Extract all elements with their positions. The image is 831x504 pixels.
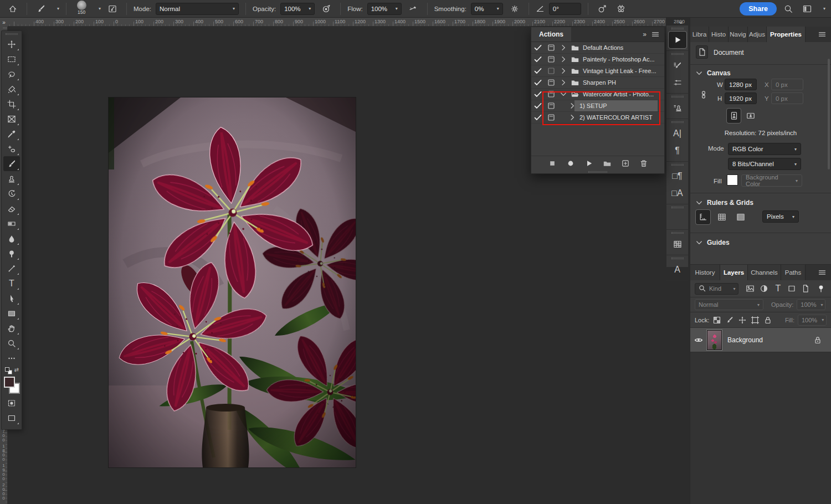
dodge-tool[interactable] bbox=[3, 246, 20, 261]
screen-mode-button[interactable] bbox=[3, 410, 20, 425]
action-include-checkmark[interactable] bbox=[531, 55, 545, 64]
action-dialog-toggle[interactable] bbox=[545, 55, 558, 64]
action-include-checkmark[interactable] bbox=[531, 101, 545, 110]
symmetry-button[interactable] bbox=[614, 2, 628, 16]
dock-drag-handle[interactable] bbox=[671, 232, 684, 234]
action-label[interactable]: Sharpen PH bbox=[581, 79, 616, 86]
action-dialog-toggle[interactable] bbox=[545, 43, 558, 52]
rectangular-marquee-tool[interactable] bbox=[3, 52, 20, 66]
dock-panel-pattern-preview[interactable] bbox=[669, 236, 686, 253]
toggle-grid-button[interactable] bbox=[715, 210, 729, 224]
action-include-checkmark[interactable] bbox=[531, 113, 545, 122]
share-button[interactable]: Share bbox=[740, 2, 777, 16]
spot-healing-tool[interactable] bbox=[3, 141, 20, 156]
blend-mode-select[interactable]: Normal▾ bbox=[156, 3, 239, 15]
action-include-checkmark[interactable] bbox=[531, 90, 545, 99]
dock-drag-handle[interactable] bbox=[671, 164, 684, 166]
tab-channels[interactable]: Channels bbox=[748, 265, 781, 280]
new-set-button[interactable] bbox=[603, 159, 612, 168]
rulers-grids-section-header[interactable]: Rulers & Grids bbox=[695, 198, 753, 207]
lock-paint-button[interactable] bbox=[725, 316, 734, 325]
action-include-checkmark[interactable] bbox=[531, 66, 545, 75]
action-row[interactable]: Sharpen PH bbox=[531, 77, 664, 89]
document-image-lilies[interactable] bbox=[109, 97, 356, 467]
swap-colors-icon[interactable]: ⇄ bbox=[14, 367, 19, 373]
dock-drag-handle[interactable] bbox=[671, 258, 684, 259]
action-label[interactable]: 2) WATERCOLOR ARTIST bbox=[578, 114, 653, 121]
action-dialog-toggle[interactable] bbox=[545, 90, 558, 99]
dock-panel-clone-source[interactable] bbox=[669, 100, 686, 116]
dock-panel-character[interactable]: A| bbox=[669, 125, 686, 142]
dock-drag-handle[interactable] bbox=[671, 53, 684, 55]
link-dimensions-icon[interactable] bbox=[699, 84, 708, 105]
search-button[interactable] bbox=[781, 2, 796, 16]
scrollbar[interactable] bbox=[828, 59, 830, 169]
chevron-right-icon[interactable] bbox=[567, 101, 578, 110]
filter-image-button[interactable] bbox=[744, 282, 756, 295]
action-label[interactable]: Default Actions bbox=[581, 44, 623, 51]
dock-panel-paragraph[interactable]: ¶ bbox=[669, 142, 686, 159]
orientation-landscape-button[interactable] bbox=[743, 109, 757, 123]
action-dialog-toggle[interactable] bbox=[545, 66, 558, 75]
default-swap-colors-control[interactable]: ⇄ bbox=[3, 366, 20, 376]
dock-drag-handle[interactable] bbox=[671, 28, 684, 29]
filter-toggle-pin[interactable] bbox=[815, 282, 827, 295]
smoothing-select[interactable]: 0%▾ bbox=[471, 3, 503, 15]
collapse-panels-chevron[interactable]: « bbox=[675, 18, 687, 25]
panel-resize-grip[interactable] bbox=[588, 171, 607, 173]
chevron-right-icon[interactable] bbox=[567, 113, 578, 122]
chevron-right-icon[interactable] bbox=[558, 55, 569, 64]
chevron-right-icon[interactable] bbox=[558, 66, 569, 75]
toggle-brush-settings-button[interactable] bbox=[105, 2, 120, 16]
action-row[interactable]: Watercolor Artist - Photo... bbox=[531, 89, 664, 100]
brush-preset-picker[interactable]: 150 bbox=[73, 1, 90, 17]
action-row[interactable]: Default Actions bbox=[531, 42, 664, 54]
ruler-corner-chevron[interactable]: » bbox=[0, 18, 8, 27]
action-label[interactable]: Painterly - Photoshop Ac... bbox=[581, 56, 655, 63]
pressure-opacity-button[interactable] bbox=[319, 2, 334, 16]
opacity-select[interactable]: 100%▾ bbox=[280, 3, 315, 15]
horizontal-ruler[interactable]: 4003002001000100200300400500600700800900… bbox=[0, 18, 666, 27]
hand-tool[interactable] bbox=[3, 321, 20, 336]
chevron-down-icon[interactable]: ▾ bbox=[823, 6, 825, 11]
tab-history[interactable]: History bbox=[690, 265, 720, 280]
action-include-checkmark[interactable] bbox=[531, 43, 545, 52]
new-action-button[interactable] bbox=[621, 159, 630, 168]
action-dialog-toggle[interactable] bbox=[545, 78, 558, 87]
eyedropper-tool[interactable] bbox=[3, 126, 20, 141]
edit-toolbar-tool[interactable] bbox=[3, 351, 20, 366]
chevron-right-icon[interactable] bbox=[558, 43, 569, 52]
action-row[interactable]: Painterly - Photoshop Ac... bbox=[531, 54, 664, 65]
layer-visibility-eye-icon[interactable] bbox=[690, 336, 707, 344]
panel-menu-icon[interactable] bbox=[813, 27, 831, 42]
eraser-tool[interactable] bbox=[3, 201, 20, 216]
collapse-panel-icon[interactable]: » bbox=[643, 30, 647, 38]
smoothing-options-button[interactable] bbox=[507, 2, 522, 16]
gradient-tool[interactable] bbox=[3, 216, 20, 231]
toggle-rulers-button[interactable] bbox=[696, 210, 710, 224]
chevron-down-icon[interactable]: ▾ bbox=[57, 6, 59, 11]
play-button[interactable] bbox=[584, 159, 593, 168]
history-brush-tool[interactable] bbox=[3, 186, 20, 201]
filter-kind-select[interactable]: Kind▾ bbox=[695, 283, 738, 295]
zoom-tool[interactable] bbox=[3, 336, 20, 351]
stop-button[interactable] bbox=[548, 159, 557, 168]
dock-panel-brushes[interactable] bbox=[669, 74, 686, 91]
tab-histo[interactable]: Histo bbox=[709, 27, 729, 42]
dock-panel-actions[interactable] bbox=[669, 32, 686, 48]
action-include-checkmark[interactable] bbox=[531, 78, 545, 87]
bit-depth-select[interactable]: 8 Bits/Channel▾ bbox=[728, 158, 801, 170]
action-label[interactable]: Vintage Light Leak - Free... bbox=[581, 68, 656, 74]
filter-adjustment-button[interactable] bbox=[758, 282, 770, 295]
dock-drag-handle[interactable] bbox=[671, 207, 684, 208]
panel-menu-icon[interactable] bbox=[813, 265, 831, 280]
dock-panel-brush-settings[interactable] bbox=[669, 57, 686, 74]
dock-panel-glyphs[interactable]: A bbox=[669, 261, 686, 278]
tab-actions[interactable]: Actions bbox=[531, 27, 571, 42]
toolbar-drag-handle[interactable] bbox=[6, 33, 18, 35]
type-tool[interactable]: T bbox=[3, 276, 20, 291]
flow-select[interactable]: 100%▾ bbox=[367, 3, 402, 15]
tab-paths[interactable]: Paths bbox=[781, 265, 806, 280]
color-mode-select[interactable]: RGB Color▾ bbox=[728, 143, 801, 155]
orientation-portrait-button[interactable] bbox=[727, 109, 741, 123]
